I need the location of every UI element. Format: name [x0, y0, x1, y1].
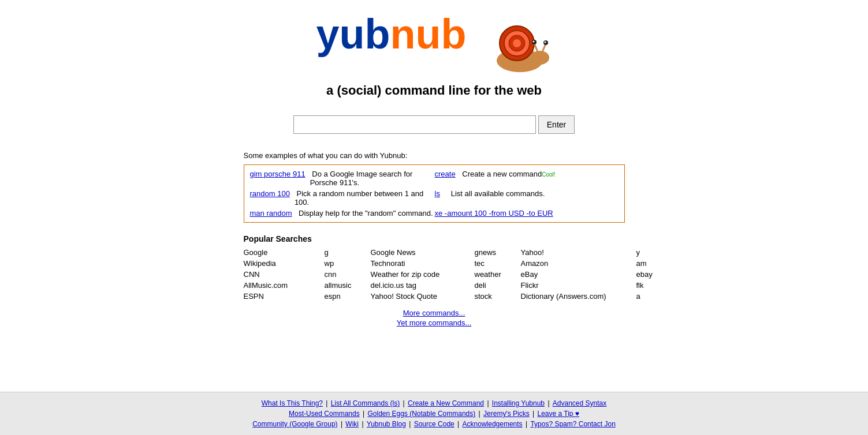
popular-name: CNN: [244, 270, 325, 279]
footer-advanced-syntax[interactable]: Advanced Syntax: [553, 399, 606, 407]
popular-name: Dictionary (Answers.com): [521, 292, 636, 301]
more-commands-link[interactable]: More commands...: [244, 309, 625, 317]
footer-acknowledgements[interactable]: Acknowledgements: [463, 420, 523, 428]
popular-name: Amazon: [521, 259, 636, 268]
example-cmd-man[interactable]: man random: [250, 209, 292, 217]
popular-cmd: tec: [475, 259, 521, 268]
tagline: a (social) command line for the web: [316, 83, 552, 98]
popular-name: Yahoo!: [521, 248, 636, 257]
logo-area: yubnub: [316, 12, 552, 98]
example-row-3: man random Display help for the "random"…: [250, 209, 619, 217]
popular-cmd: espn: [325, 292, 371, 301]
svg-line-6: [534, 43, 538, 52]
footer-leave-tip[interactable]: Leave a Tip ♥: [537, 410, 579, 418]
footer-community[interactable]: Community (Google Group): [252, 420, 337, 428]
popular-name: Wikipedia: [244, 259, 325, 268]
svg-point-10: [533, 41, 535, 43]
popular-name: Flickr: [521, 281, 636, 290]
search-area: Enter: [293, 115, 575, 134]
svg-point-11: [545, 42, 546, 43]
example-cmd-ls[interactable]: ls: [435, 189, 440, 198]
popular-cmd: weather: [475, 270, 521, 279]
enter-button[interactable]: Enter: [538, 115, 575, 134]
svg-point-5: [531, 51, 549, 65]
popular-name: eBay: [521, 270, 636, 279]
footer-source-code[interactable]: Source Code: [414, 420, 455, 428]
popular-cmd: allmusic: [325, 281, 371, 290]
example-cmd-random[interactable]: random 100: [250, 189, 290, 198]
popular-name: Google News: [371, 248, 475, 257]
popular-cmd: am: [636, 259, 671, 268]
popular-title: Popular Searches: [244, 234, 625, 243]
popular-cmd: flk: [636, 281, 671, 290]
popular-name: del.icio.us tag: [371, 281, 475, 290]
logo-yub: yub: [316, 11, 390, 57]
footer-wiki[interactable]: Wiki: [345, 420, 359, 428]
popular-cmd: cnn: [325, 270, 371, 279]
footer-line-1: What Is This Thing? | List All Commands …: [12, 399, 856, 407]
yet-more-commands-link[interactable]: Yet more commands...: [244, 318, 625, 327]
footer: What Is This Thing? | List All Commands …: [0, 392, 868, 435]
main-content: yubnub: [0, 0, 868, 392]
examples-section: Some examples of what you can do with Yu…: [244, 151, 625, 223]
popular-name: AllMusic.com: [244, 281, 325, 290]
footer-jeremys-picks[interactable]: Jeremy's Picks: [483, 410, 530, 418]
popular-section: Popular Searches Google g Google News gn…: [244, 234, 625, 328]
example-cmd-1[interactable]: gim porsche 911: [250, 170, 306, 178]
logo: yubnub: [316, 12, 552, 81]
footer-blog[interactable]: Yubnub Blog: [367, 420, 406, 428]
snail-icon: [482, 12, 552, 81]
popular-cmd: wp: [325, 259, 371, 268]
footer-create-command[interactable]: Create a New Command: [408, 399, 484, 407]
example-row-2: random 100 Pick a random number between …: [250, 189, 619, 207]
popular-name: Technorati: [371, 259, 475, 268]
footer-what-is[interactable]: What Is This Thing?: [262, 399, 323, 407]
footer-line-2: Most-Used Commands | Golden Eggs (Notabl…: [12, 410, 856, 418]
footer-contact[interactable]: Typos? Spam? Contact Jon: [530, 420, 615, 428]
more-commands: More commands... Yet more commands...: [244, 309, 625, 327]
footer-golden-eggs[interactable]: Golden Eggs (Notable Commands): [367, 410, 475, 418]
popular-cmd: y: [636, 248, 671, 257]
popular-name: Weather for zip code: [371, 270, 475, 279]
svg-line-7: [542, 44, 546, 52]
popular-cmd: gnews: [475, 248, 521, 257]
cool-badge: Cool!: [542, 171, 555, 178]
popular-cmd: stock: [475, 292, 521, 301]
examples-title: Some examples of what you can do with Yu…: [244, 151, 625, 160]
popular-cmd: ebay: [636, 270, 671, 279]
logo-wrap: yubnub: [316, 12, 552, 81]
example-cmd-create[interactable]: create: [435, 170, 456, 178]
popular-cmd: a: [636, 292, 671, 301]
footer-line-3: Community (Google Group) | Wiki | Yubnub…: [12, 420, 856, 428]
popular-name: Yahoo! Stock Quote: [371, 292, 475, 301]
popular-cmd: g: [325, 248, 371, 257]
search-input[interactable]: [293, 115, 536, 134]
footer-most-used[interactable]: Most-Used Commands: [289, 410, 360, 418]
logo-nub: nub: [390, 11, 467, 57]
example-row-1: gim porsche 911 Do a Google Image search…: [250, 170, 619, 187]
examples-box: gim porsche 911 Do a Google Image search…: [244, 164, 625, 223]
footer-list-commands[interactable]: List All Commands (ls): [331, 399, 400, 407]
popular-name: Google: [244, 248, 325, 257]
footer-installing[interactable]: Installing Yubnub: [492, 399, 545, 407]
popular-grid: Google g Google News gnews Yahoo! y Wiki…: [244, 248, 625, 301]
popular-cmd: deli: [475, 281, 521, 290]
popular-name: ESPN: [244, 292, 325, 301]
example-cmd-xe[interactable]: xe -amount 100 -from USD -to EUR: [435, 209, 553, 217]
svg-point-4: [513, 39, 521, 47]
